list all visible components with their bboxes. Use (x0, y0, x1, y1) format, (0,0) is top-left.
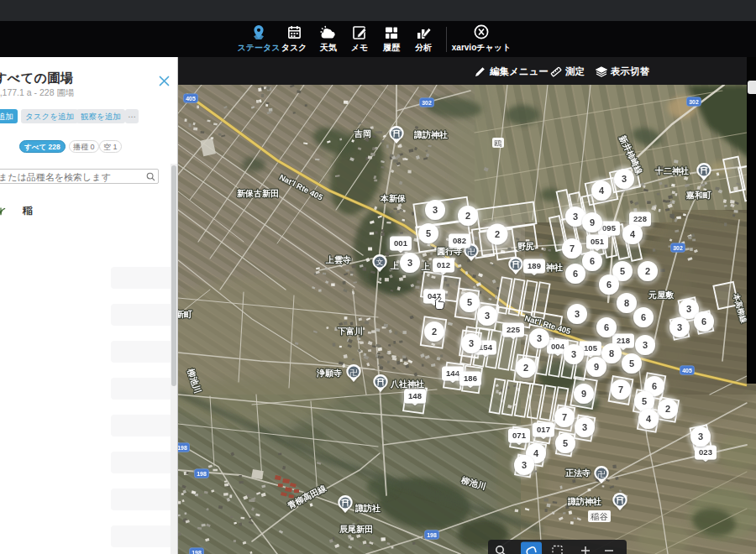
svg-text:2: 2 (665, 404, 670, 414)
svg-text:神社: 神社 (545, 263, 563, 272)
svg-text:3: 3 (677, 322, 682, 332)
svg-text:3: 3 (469, 338, 474, 348)
svg-text:4: 4 (630, 229, 636, 239)
svg-text:225: 225 (507, 325, 521, 334)
svg-text:051: 051 (591, 237, 605, 246)
svg-text:9: 9 (581, 389, 586, 399)
svg-text:5: 5 (563, 438, 568, 448)
svg-text:302: 302 (689, 99, 699, 105)
svg-text:302: 302 (673, 245, 683, 251)
svg-text:3: 3 (433, 205, 438, 215)
svg-text:071: 071 (512, 431, 527, 440)
svg-text:6: 6 (606, 280, 612, 290)
svg-text:405: 405 (186, 96, 196, 102)
svg-text:4: 4 (646, 414, 652, 424)
svg-text:5: 5 (629, 358, 634, 368)
svg-text:6: 6 (652, 381, 657, 391)
svg-text:2: 2 (465, 211, 470, 221)
svg-text:198: 198 (427, 532, 437, 538)
svg-text:3: 3 (643, 340, 648, 350)
svg-text:9: 9 (590, 217, 595, 227)
svg-text:十二神社: 十二神社 (654, 166, 689, 175)
svg-text:5: 5 (642, 396, 647, 406)
svg-text:2: 2 (495, 229, 500, 239)
svg-text:卍: 卍 (350, 368, 358, 377)
svg-text:9: 9 (594, 362, 599, 372)
svg-text:012: 012 (437, 260, 450, 269)
svg-text:3: 3 (522, 460, 527, 470)
svg-text:新町: 新町 (178, 310, 192, 319)
svg-text:198: 198 (197, 471, 207, 477)
svg-text:3: 3 (537, 333, 542, 343)
svg-text:8: 8 (609, 348, 614, 358)
svg-text:本新保: 本新保 (380, 194, 406, 203)
svg-text:405: 405 (682, 368, 692, 374)
svg-text:6: 6 (604, 322, 609, 332)
svg-text:3: 3 (407, 258, 412, 268)
svg-text:3: 3 (573, 212, 578, 222)
svg-text:001: 001 (394, 238, 408, 248)
svg-text:7: 7 (562, 412, 567, 422)
svg-text:元屋敷: 元屋敷 (648, 290, 675, 300)
svg-text:吉岡: 吉岡 (354, 129, 371, 138)
svg-text:卍: 卍 (598, 470, 606, 478)
svg-text:上雲寺: 上雲寺 (325, 255, 351, 264)
svg-text:野尻: 野尻 (517, 242, 534, 251)
svg-text:6: 6 (701, 316, 706, 327)
svg-text:3: 3 (686, 304, 691, 314)
svg-text:文: 文 (376, 258, 384, 266)
svg-text:下富川: 下富川 (337, 327, 363, 336)
svg-text:5: 5 (620, 266, 625, 276)
svg-text:6: 6 (641, 312, 646, 322)
svg-text:8: 8 (624, 298, 629, 308)
svg-text:198: 198 (178, 445, 187, 451)
svg-text:4: 4 (533, 448, 539, 458)
svg-text:5: 5 (426, 228, 431, 238)
svg-text:稲谷: 稲谷 (591, 512, 608, 521)
svg-text:148: 148 (408, 391, 422, 400)
svg-text:3: 3 (582, 422, 587, 432)
svg-text:新保古新田: 新保古新田 (236, 189, 279, 198)
svg-text:3: 3 (622, 174, 627, 184)
svg-text:諏訪社: 諏訪社 (354, 504, 381, 513)
svg-text:082: 082 (453, 236, 466, 245)
svg-text:302: 302 (422, 100, 432, 106)
svg-text:3: 3 (485, 311, 490, 321)
svg-text:7: 7 (618, 384, 623, 395)
svg-text:諏訪神社: 諏訪神社 (567, 497, 601, 506)
svg-text:嘉和町: 嘉和町 (685, 191, 711, 200)
svg-text:3: 3 (698, 431, 703, 442)
svg-text:189: 189 (528, 261, 541, 270)
svg-text:正法寺: 正法寺 (565, 468, 591, 478)
svg-text:2: 2 (523, 363, 528, 373)
svg-text:2: 2 (432, 327, 437, 337)
svg-text:4: 4 (599, 186, 605, 196)
svg-text:017: 017 (537, 425, 550, 434)
svg-text:186: 186 (464, 374, 477, 383)
svg-text:6: 6 (573, 269, 578, 279)
svg-text:198: 198 (192, 550, 202, 554)
svg-text:諏訪神社: 諏訪神社 (413, 130, 448, 139)
svg-text:辰尾新田: 辰尾新田 (339, 525, 373, 534)
svg-text:3: 3 (571, 349, 576, 359)
svg-text:6: 6 (590, 256, 595, 266)
svg-text:浄願寺: 浄願寺 (316, 368, 342, 378)
svg-text:3: 3 (575, 309, 580, 319)
svg-text:7: 7 (570, 243, 575, 253)
svg-text:2: 2 (645, 266, 650, 276)
svg-text:鴎: 鴎 (495, 139, 502, 148)
svg-text:5: 5 (467, 297, 472, 307)
